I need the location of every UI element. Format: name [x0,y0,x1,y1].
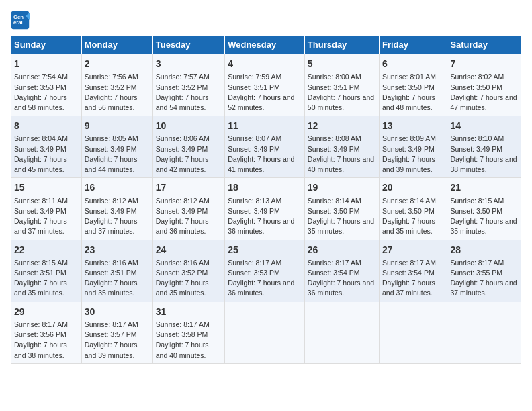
sunrise: Sunrise: 8:17 AM [450,259,504,267]
day-cell: 3Sunrise: 7:57 AMSunset: 3:52 PMDaylight… [152,54,224,116]
day-number: 16 [85,181,150,194]
daylight-label: Daylight: 7 hours and 35 minutes. [308,217,374,235]
col-header-sunday: Sunday [11,36,82,54]
day-cell [447,302,521,363]
day-cell: 10Sunrise: 8:06 AMSunset: 3:49 PMDayligh… [152,116,224,178]
sunrise: Sunrise: 8:11 AM [14,197,68,205]
day-number: 26 [308,243,376,257]
day-cell: 20Sunrise: 8:14 AMSunset: 3:50 PMDayligh… [380,178,447,240]
day-cell: 26Sunrise: 8:17 AMSunset: 3:54 PMDayligh… [304,240,379,302]
day-cell: 21Sunrise: 8:15 AMSunset: 3:50 PMDayligh… [447,178,521,240]
day-cell: 22Sunrise: 8:15 AMSunset: 3:51 PMDayligh… [11,240,82,302]
daylight-label: Daylight: 7 hours and 52 minutes. [228,93,294,111]
sunset: Sunset: 3:53 PM [14,83,66,91]
day-number: 7 [450,57,518,71]
sunset: Sunset: 3:54 PM [308,269,360,277]
week-row-2: 8Sunrise: 8:04 AMSunset: 3:49 PMDaylight… [11,116,521,178]
day-number: 5 [308,57,376,71]
day-number: 28 [450,243,518,257]
sunset: Sunset: 3:51 PM [228,83,280,91]
day-number: 1 [14,57,79,71]
col-header-wednesday: Wednesday [225,36,305,54]
sunrise: Sunrise: 8:12 AM [156,197,210,205]
sunrise: Sunrise: 7:59 AM [228,73,281,81]
sunrise: Sunrise: 8:00 AM [308,73,361,81]
sunset: Sunset: 3:51 PM [85,269,137,277]
day-number: 17 [156,181,222,194]
svg-text:Gen: Gen [13,14,24,20]
sunset: Sunset: 3:58 PM [156,330,208,338]
sunrise: Sunrise: 8:04 AM [14,134,68,142]
day-number: 18 [228,181,302,194]
day-cell: 11Sunrise: 8:07 AMSunset: 3:49 PMDayligh… [225,116,305,178]
day-cell: 18Sunrise: 8:13 AMSunset: 3:49 PMDayligh… [225,178,305,240]
sunrise: Sunrise: 8:17 AM [228,259,281,267]
logo: Gen eral [11,11,32,30]
sunrise: Sunrise: 8:13 AM [228,197,281,205]
sunset: Sunset: 3:49 PM [85,207,137,215]
sunrise: Sunrise: 8:08 AM [308,134,361,142]
sunrise: Sunrise: 8:12 AM [85,197,138,205]
day-cell [225,302,305,363]
day-number: 30 [85,305,150,318]
day-cell: 13Sunrise: 8:09 AMSunset: 3:49 PMDayligh… [380,116,447,178]
day-cell: 24Sunrise: 8:16 AMSunset: 3:52 PMDayligh… [152,240,224,302]
daylight-label: Daylight: 7 hours and 47 minutes. [450,93,517,111]
daylight-label: Daylight: 7 hours and 54 minutes. [156,93,209,111]
daylight-label: Daylight: 7 hours and 36 minutes. [156,217,209,235]
day-cell: 14Sunrise: 8:10 AMSunset: 3:49 PMDayligh… [447,116,521,178]
day-number: 25 [228,243,302,257]
day-cell: 28Sunrise: 8:17 AMSunset: 3:55 PMDayligh… [447,240,521,302]
daylight-label: Daylight: 7 hours and 37 minutes. [450,279,517,297]
page-header: Gen eral [11,11,521,30]
day-cell: 4Sunrise: 7:59 AMSunset: 3:51 PMDaylight… [225,54,305,116]
sunset: Sunset: 3:52 PM [156,269,208,277]
sunrise: Sunrise: 8:05 AM [85,134,138,142]
day-number: 9 [85,119,150,132]
daylight-label: Daylight: 7 hours and 36 minutes. [228,217,294,235]
logo-icon: Gen eral [11,11,30,30]
daylight-label: Daylight: 7 hours and 38 minutes. [14,340,67,359]
sunset: Sunset: 3:51 PM [14,269,66,277]
sunset: Sunset: 3:49 PM [156,207,208,215]
sunrise: Sunrise: 8:01 AM [382,73,436,81]
sunset: Sunset: 3:56 PM [14,330,66,338]
sunset: Sunset: 3:57 PM [85,330,137,338]
daylight-label: Daylight: 7 hours and 40 minutes. [156,340,209,359]
sunrise: Sunrise: 8:17 AM [85,320,138,328]
daylight-label: Daylight: 7 hours and 37 minutes. [382,279,435,297]
week-row-5: 29Sunrise: 8:17 AMSunset: 3:56 PMDayligh… [11,302,521,363]
daylight-label: Daylight: 7 hours and 35 minutes. [85,279,138,297]
day-cell: 5Sunrise: 8:00 AMSunset: 3:51 PMDaylight… [304,54,379,116]
sunset: Sunset: 3:49 PM [85,145,137,153]
day-cell: 2Sunrise: 7:56 AMSunset: 3:52 PMDaylight… [81,54,152,116]
sunset: Sunset: 3:50 PM [450,83,502,91]
day-cell: 1Sunrise: 7:54 AMSunset: 3:53 PMDaylight… [11,54,82,116]
daylight-label: Daylight: 7 hours and 42 minutes. [156,155,209,173]
col-header-tuesday: Tuesday [152,36,224,54]
sunrise: Sunrise: 8:15 AM [450,197,504,205]
sunrise: Sunrise: 8:07 AM [228,134,281,142]
sunrise: Sunrise: 7:57 AM [156,73,210,81]
sunset: Sunset: 3:50 PM [308,207,360,215]
svg-text:eral: eral [13,19,23,26]
day-cell: 31Sunrise: 8:17 AMSunset: 3:58 PMDayligh… [152,302,224,363]
daylight-label: Daylight: 7 hours and 37 minutes. [85,217,138,235]
sunset: Sunset: 3:52 PM [156,83,208,91]
sunset: Sunset: 3:50 PM [450,207,502,215]
day-number: 3 [156,57,222,71]
day-cell: 25Sunrise: 8:17 AMSunset: 3:53 PMDayligh… [225,240,305,302]
day-number: 10 [156,119,222,132]
daylight-label: Daylight: 7 hours and 35 minutes. [450,217,517,235]
daylight-label: Daylight: 7 hours and 40 minutes. [308,155,374,173]
day-number: 11 [228,119,302,132]
day-number: 12 [308,119,376,132]
day-cell: 7Sunrise: 8:02 AMSunset: 3:50 PMDaylight… [447,54,521,116]
day-cell: 29Sunrise: 8:17 AMSunset: 3:56 PMDayligh… [11,302,82,363]
daylight-label: Daylight: 7 hours and 35 minutes. [14,279,67,297]
day-number: 19 [308,181,376,194]
day-number: 22 [14,243,79,257]
col-header-monday: Monday [81,36,152,54]
col-header-thursday: Thursday [304,36,379,54]
column-headers: SundayMondayTuesdayWednesdayThursdayFrid… [11,36,521,54]
